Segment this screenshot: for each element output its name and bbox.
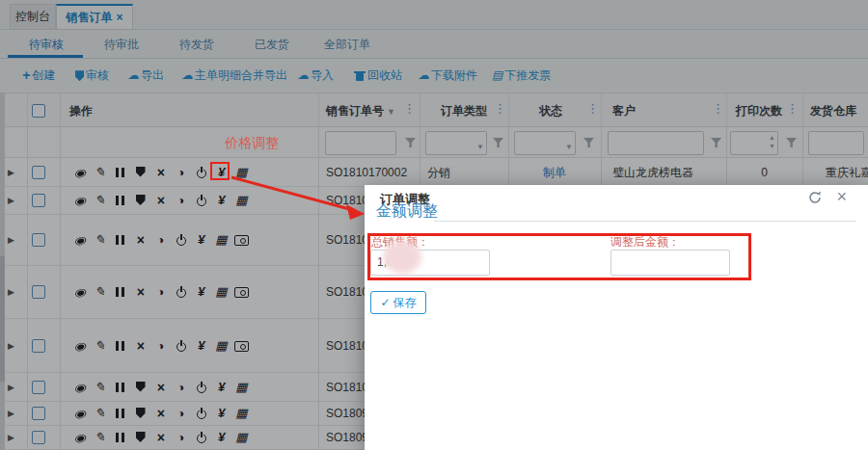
sales-order-app: 控制台 销售订单× 待审核 待审批 待发货 已发货 全部订单 创建 审核 导出 … — [0, 0, 868, 450]
save-button[interactable]: ✓保存 — [370, 291, 426, 314]
section-divider — [434, 221, 856, 222]
adjusted-amount-input[interactable] — [610, 250, 730, 276]
redaction-blur — [383, 241, 421, 274]
close-icon[interactable]: × — [836, 187, 847, 207]
adjusted-amount-label: 调整后金额： — [610, 234, 680, 251]
order-adjust-dialog: 订单调整 × 金额调整 总销售额： 1,0 调整后金额： ✓保存 — [365, 185, 868, 450]
check-icon: ✓ — [380, 296, 390, 309]
refresh-icon[interactable] — [808, 191, 822, 207]
section-title: 金额调整 — [376, 201, 438, 222]
